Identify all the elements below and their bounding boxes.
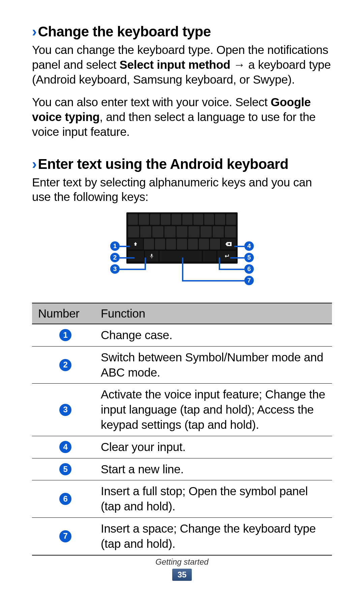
callout-badge-5: 5 [244, 253, 254, 262]
svg-rect-0 [151, 254, 152, 257]
para-enter-1: Enter text by selecting alphanumeric key… [32, 175, 332, 205]
callout-badge-7: 7 [244, 276, 254, 285]
manual-page: ›Change the keyboard type You can change… [0, 0, 364, 597]
heading-change-keyboard: ›Change the keyboard type [32, 24, 332, 40]
heading-enter-text: ›Enter text using the Android keyboard [32, 156, 332, 172]
table-row: 1 Change case. [32, 324, 332, 347]
table-row: 6 Insert a full stop; Open the symbol pa… [32, 480, 332, 518]
td-function: Switch between Symbol/Number mode and AB… [96, 347, 332, 384]
number-badge-icon: 5 [59, 463, 71, 475]
table-row: 5 Start a new line. [32, 458, 332, 481]
callout-line [234, 246, 244, 247]
td-function: Activate the voice input feature; Change… [96, 384, 332, 436]
backspace-key-icon [221, 239, 236, 250]
td-number: 5 [32, 458, 96, 480]
th-function: Function [96, 303, 332, 324]
callout-line [145, 258, 146, 270]
callout-badge-1: 1 [110, 241, 120, 251]
table-header: Number Function [32, 303, 332, 324]
number-badge-icon: 4 [59, 441, 71, 453]
callout-line [230, 257, 244, 259]
mic-key-icon [145, 251, 158, 262]
th-number: Number [32, 303, 96, 324]
number-badge-icon: 2 [59, 359, 71, 371]
symbol-key-icon [128, 251, 144, 262]
space-key-icon [159, 251, 202, 262]
td-function: Change case. [96, 324, 332, 346]
keyboard-image [126, 212, 238, 264]
chevron-icon: › [32, 24, 37, 39]
callout-line [219, 269, 244, 270]
function-table: Number Function 1 Change case. 2 Switch … [32, 303, 332, 556]
heading-text: Change the keyboard type [38, 24, 211, 39]
footer-section-label: Getting started [0, 557, 364, 567]
bold-select-input: Select input method [120, 58, 231, 71]
td-number: 1 [32, 324, 96, 346]
period-key-icon [203, 251, 216, 262]
para-change-1: You can change the keyboard type. Open t… [32, 42, 332, 87]
td-number: 2 [32, 347, 96, 384]
callout-line [219, 258, 220, 270]
chevron-icon: › [32, 156, 37, 172]
table-row: 7 Insert a space; Change the keyboard ty… [32, 518, 332, 555]
callout-line [182, 258, 183, 281]
number-badge-icon: 6 [59, 493, 71, 505]
number-badge-icon: 3 [59, 404, 71, 416]
text: You can also enter text with your voice.… [32, 95, 271, 109]
callout-line [120, 269, 146, 270]
shift-key-icon [128, 239, 143, 250]
callout-badge-2: 2 [110, 253, 120, 262]
table-row: 2 Switch between Symbol/Number mode and … [32, 347, 332, 384]
td-function: Clear your input. [96, 436, 332, 458]
page-number-badge: 35 [172, 569, 192, 581]
callout-line [120, 246, 130, 247]
td-number: 7 [32, 518, 96, 555]
callout-badge-4: 4 [244, 241, 254, 251]
callout-line [120, 257, 134, 259]
td-function: Start a new line. [96, 458, 332, 480]
number-badge-icon: 1 [59, 329, 71, 341]
callout-badge-3: 3 [110, 264, 120, 274]
callout-badge-6: 6 [244, 264, 254, 274]
td-number: 3 [32, 384, 96, 436]
page-footer: Getting started 35 [0, 557, 364, 581]
heading-text: Enter text using the Android keyboard [38, 156, 289, 172]
table-row: 3 Activate the voice input feature; Chan… [32, 384, 332, 436]
td-function: Insert a space; Change the keyboard type… [96, 518, 332, 555]
td-number: 4 [32, 436, 96, 458]
enter-key-icon [217, 251, 236, 262]
td-function: Insert a full stop; Open the symbol pane… [96, 480, 332, 517]
keyboard-diagram: 1 2 3 4 5 6 7 [32, 212, 332, 293]
para-change-2: You can also enter text with your voice.… [32, 95, 332, 139]
table-row: 4 Clear your input. [32, 436, 332, 458]
callout-line [182, 280, 244, 281]
td-number: 6 [32, 480, 96, 517]
number-badge-icon: 7 [59, 530, 71, 542]
